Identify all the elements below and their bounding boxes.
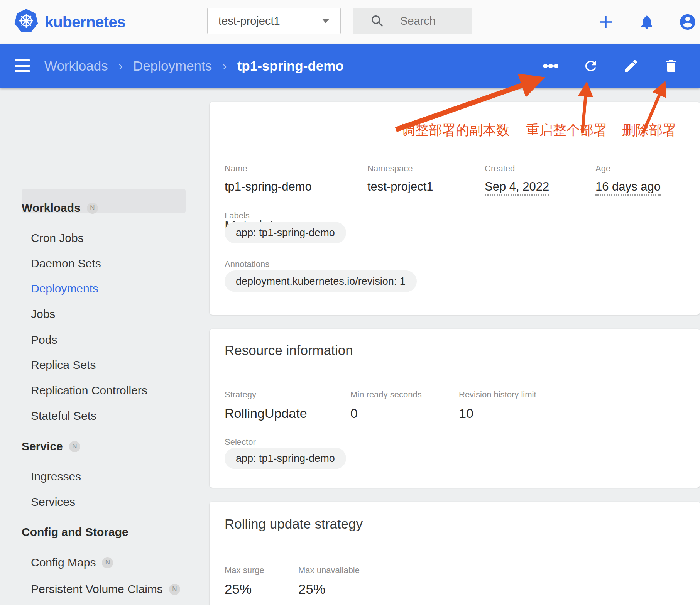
labels-label: Labels: [225, 211, 250, 221]
annotation-delete-label: 删除部署: [622, 121, 676, 139]
search-input[interactable]: Search: [353, 8, 472, 34]
rolling-update-strategy-card: Rolling update strategy Max surge 25% Ma…: [210, 502, 700, 605]
selector-chip: app: tp1-spring-demo: [225, 448, 346, 469]
plus-icon: [598, 14, 614, 30]
restart-icon: [583, 57, 599, 74]
app-title: kubernetes: [45, 0, 125, 44]
scale-button[interactable]: [543, 58, 559, 74]
sidebar-nav: Workloads N Cron Jobs Daemon Sets Deploy…: [0, 88, 210, 605]
field-revision-history-limit: Revision history limit 10: [459, 390, 536, 421]
chevron-down-icon: [322, 19, 330, 23]
sidebar-item-ingresses[interactable]: Ingresses: [31, 468, 81, 485]
search-placeholder: Search: [400, 15, 436, 27]
sidebar-item-deployments[interactable]: Deployments: [31, 280, 98, 297]
restart-button[interactable]: [583, 58, 599, 74]
new-badge: N: [87, 203, 98, 214]
sidebar-section-workloads: Workloads N: [22, 199, 98, 216]
account-button[interactable]: [678, 13, 697, 31]
hamburger-icon: [15, 59, 30, 61]
search-icon: [370, 14, 384, 28]
breadcrumb-separator: ›: [118, 59, 123, 73]
sidebar-item-services[interactable]: Services: [31, 493, 75, 510]
sidebar-item-config-maps[interactable]: Config Maps N: [31, 554, 113, 571]
field-max-surge: Max surge 25%: [225, 565, 264, 597]
menu-button[interactable]: [15, 44, 30, 88]
selector-label: Selector: [225, 437, 256, 447]
sidebar-item-replica-sets[interactable]: Replica Sets: [31, 357, 96, 373]
namespace-selector-value: test-project1: [218, 15, 280, 27]
app-header: kubernetes test-project1 Search: [0, 0, 700, 44]
sidebar-item-jobs[interactable]: Jobs: [31, 306, 55, 323]
age-value[interactable]: 16 days ago: [595, 180, 661, 196]
scale-icon: [543, 57, 559, 74]
created-timestamp[interactable]: Sep 4, 2022: [485, 180, 549, 196]
sidebar-item-replication-controllers[interactable]: Replication Controllers: [31, 382, 147, 399]
annotations-label: Annotations: [225, 259, 269, 269]
edit-button[interactable]: [623, 58, 639, 74]
annotation-chip: deployment.kubernetes.io/revision: 1: [225, 270, 417, 292]
field-strategy: Strategy RollingUpdate: [225, 390, 307, 421]
field-created: Created Sep 4, 2022: [485, 164, 549, 194]
field-max-unavailable: Max unavailable 25%: [298, 565, 360, 597]
breadcrumb: Workloads › Deployments › tp1-spring-dem…: [44, 44, 344, 88]
page-title: tp1-spring-demo: [237, 58, 344, 74]
breadcrumb-deployments[interactable]: Deployments: [133, 58, 212, 74]
resource-information-card: Resource information Strategy RollingUpd…: [210, 329, 700, 488]
label-chip: app: tp1-spring-demo: [225, 222, 346, 243]
new-badge: N: [169, 584, 180, 595]
field-min-ready-seconds: Min ready seconds 0: [350, 390, 422, 421]
sidebar-item-daemon-sets[interactable]: Daemon Sets: [31, 255, 101, 272]
trash-icon: [663, 58, 679, 74]
sidebar-item-persistent-volume-claims[interactable]: Persistent Volume Claims N: [31, 581, 180, 598]
annotation-restart-label: 重启整个部署: [526, 121, 607, 139]
action-bar: Workloads › Deployments › tp1-spring-dem…: [0, 44, 700, 88]
new-badge: N: [69, 441, 80, 452]
edit-pencil-icon: [623, 58, 639, 74]
new-badge: N: [102, 557, 113, 568]
annotation-scale-label: 调整部署的副本数: [402, 121, 510, 139]
namespace-selector[interactable]: test-project1: [207, 8, 341, 34]
notifications-button[interactable]: [637, 13, 656, 31]
field-namespace: Namespace test-project1: [367, 164, 433, 194]
bell-icon: [639, 14, 655, 30]
breadcrumb-workloads[interactable]: Workloads: [44, 58, 108, 74]
sidebar-item-pods[interactable]: Pods: [31, 331, 57, 348]
field-age: Age 16 days ago: [595, 164, 661, 194]
resource-information-card-title: Resource information: [225, 343, 353, 358]
sidebar-item-cron-jobs[interactable]: Cron Jobs: [31, 230, 84, 247]
user-avatar-icon: [678, 13, 697, 31]
breadcrumb-separator: ›: [222, 59, 227, 73]
sidebar-section-service: Service N: [22, 438, 80, 455]
rolling-update-strategy-card-title: Rolling update strategy: [225, 516, 363, 532]
sidebar-section-config-and-storage: Config and Storage: [22, 524, 129, 541]
field-name: Name tp1-spring-demo: [225, 164, 312, 194]
create-resource-button[interactable]: [597, 13, 615, 31]
delete-button[interactable]: [663, 58, 679, 74]
kubernetes-logo-icon[interactable]: [14, 8, 39, 33]
sidebar-item-stateful-sets[interactable]: Stateful Sets: [31, 407, 96, 424]
